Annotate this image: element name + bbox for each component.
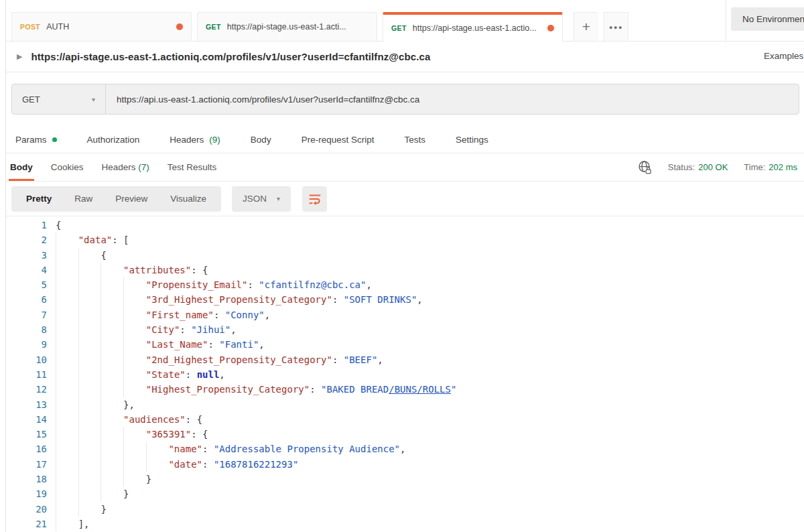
indent-guide — [78, 263, 101, 277]
indent-guide — [56, 472, 78, 486]
workspace-tabs: POST AUTH GET https://api-stage.us-east-… — [11, 12, 628, 42]
line-number[interactable]: 20 — [6, 502, 47, 517]
chevron-down-icon: ▾ — [92, 96, 95, 103]
line-number[interactable]: 19 — [6, 486, 47, 501]
new-tab-button[interactable]: + — [574, 12, 598, 42]
line-number[interactable]: 16 — [6, 442, 47, 456]
tab-options-button[interactable]: ●●● — [604, 12, 628, 42]
postman-window: POST AUTH GET https://api-stage.us-east-… — [0, 0, 804, 532]
headers-count: (9) — [209, 135, 220, 145]
request-tab-stage-1[interactable]: GET https://api-stage.us-east-1.acti... — [197, 12, 377, 42]
line-number[interactable]: 17 — [6, 457, 47, 472]
response-tab-body[interactable]: Body — [10, 153, 33, 181]
response-body-editor[interactable]: 1{2"data": [3{4"attributes": {5"Propensi… — [6, 216, 804, 532]
line-number[interactable]: 9 — [6, 337, 47, 352]
language-select[interactable]: JSON ▾ — [232, 186, 291, 212]
indent-guide — [100, 308, 123, 322]
plus-icon: + — [582, 19, 590, 35]
tab-body[interactable]: Body — [251, 135, 271, 145]
line-number[interactable]: 5 — [6, 277, 47, 292]
line-number[interactable]: 11 — [6, 367, 47, 382]
method-badge: GET — [391, 24, 407, 32]
tab-headers[interactable]: Headers (9) — [170, 135, 220, 145]
line-number[interactable]: 12 — [6, 382, 47, 397]
indent-guide — [123, 382, 146, 397]
request-tab-stage-2-active[interactable]: GET https://api-stage.us-east-1.actio... — [383, 12, 563, 42]
tab-authorization[interactable]: Authorization — [87, 135, 140, 145]
tab-settings[interactable]: Settings — [456, 135, 488, 145]
line-content: "365391": { — [56, 427, 208, 442]
line-number[interactable]: 10 — [6, 352, 47, 367]
environment-selector[interactable]: No Environment — [731, 7, 804, 31]
request-tab-auth[interactable]: POST AUTH — [11, 12, 192, 42]
indent-guide — [78, 457, 101, 472]
code-line: 9"Last_Name": "Fanti", — [6, 337, 804, 352]
line-number[interactable]: 7 — [6, 308, 47, 322]
line-content: "attributes": { — [56, 263, 208, 277]
method-select[interactable]: GET ▾ — [12, 84, 106, 114]
line-number[interactable]: 14 — [6, 412, 47, 427]
indent-guide — [146, 457, 169, 472]
indent-guide — [56, 382, 78, 397]
view-raw[interactable]: Raw — [63, 194, 104, 204]
wrap-text-button[interactable] — [302, 186, 327, 212]
tab-label: Test Results — [168, 162, 217, 172]
url-group: GET ▾ https://api.us-east-1.actioniq.com… — [11, 84, 799, 115]
line-number[interactable]: 4 — [6, 263, 47, 277]
line-number[interactable]: 15 — [6, 427, 47, 442]
time-group: Time:202 ms — [744, 162, 797, 172]
indent-guide — [100, 337, 123, 352]
line-number[interactable]: 13 — [6, 397, 47, 412]
code-lines: 1{2"data": [3{4"attributes": {5"Propensi… — [6, 218, 804, 531]
indent-guide — [56, 308, 78, 322]
line-content: "State": null, — [56, 367, 225, 382]
indent-guide — [123, 322, 146, 337]
tab-tests[interactable]: Tests — [404, 135, 425, 145]
tab-label: Headers — [170, 135, 204, 145]
line-number[interactable]: 18 — [6, 472, 47, 486]
line-number[interactable]: 3 — [6, 248, 47, 263]
indent-guide — [56, 517, 78, 531]
globe-lock-icon[interactable] — [638, 160, 652, 174]
workspace-tabbar: POST AUTH GET https://api-stage.us-east-… — [6, 0, 804, 42]
green-dot-icon — [52, 137, 57, 142]
code-line: 20} — [6, 502, 804, 517]
indent-guide — [123, 292, 146, 307]
code-line: 21], — [6, 517, 804, 531]
url-input[interactable]: https://api.us-east-1.actioniq.com/profi… — [106, 84, 799, 114]
view-pretty[interactable]: Pretty — [15, 194, 63, 204]
response-tab-test-results[interactable]: Test Results — [168, 153, 217, 181]
line-number[interactable]: 6 — [6, 292, 47, 307]
indent-guide — [56, 486, 78, 501]
indent-guide — [56, 442, 78, 456]
line-number[interactable]: 21 — [6, 517, 47, 531]
indent-guide — [100, 427, 123, 442]
line-content: "audiences": { — [56, 412, 202, 427]
line-content: "Propensity_Email": "cfantilfnz@cbc.ca", — [56, 277, 372, 292]
examples-button[interactable]: Examples — [764, 51, 803, 61]
response-tab-headers[interactable]: Headers (7) — [102, 153, 149, 181]
line-number[interactable]: 2 — [6, 232, 47, 247]
view-visualize[interactable]: Visualize — [159, 194, 218, 204]
response-tab-cookies[interactable]: Cookies — [51, 153, 84, 181]
line-number[interactable]: 1 — [6, 218, 47, 232]
line-content: } — [56, 502, 107, 517]
collapse-caret-icon[interactable]: ▶ — [17, 52, 22, 61]
code-line: 3{ — [6, 248, 804, 263]
indent-guide — [123, 277, 146, 292]
indent-guide — [100, 472, 123, 486]
status-label: Status: — [668, 162, 695, 172]
method-badge: GET — [206, 23, 221, 31]
indent-guide — [56, 232, 78, 247]
view-preview[interactable]: Preview — [104, 194, 159, 204]
indent-guide — [78, 472, 101, 486]
tab-params[interactable]: Params — [15, 135, 57, 145]
tab-pre-request-script[interactable]: Pre-request Script — [302, 135, 375, 145]
line-number[interactable]: 8 — [6, 322, 47, 337]
line-content: "City": "Jihui", — [56, 322, 237, 337]
tab-label: Pre-request Script — [302, 135, 375, 145]
code-line: 4"attributes": { — [6, 263, 804, 277]
tab-label: Body — [10, 162, 33, 172]
env-divider — [726, 0, 726, 41]
indent-guide — [56, 248, 78, 263]
